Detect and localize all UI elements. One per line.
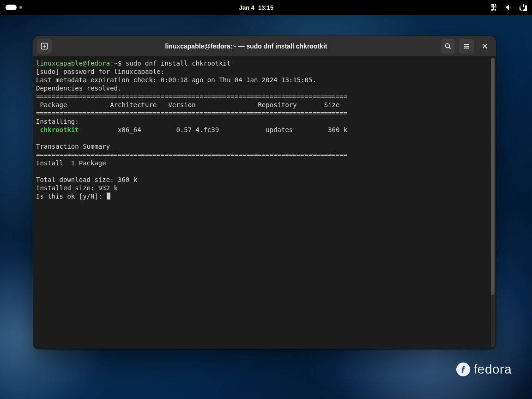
prompt-user-host: linuxcapable@fedora	[36, 60, 110, 67]
table-header: Package Architecture Version Repository …	[36, 101, 339, 109]
volume-icon[interactable]	[504, 3, 513, 12]
fedora-logo-icon: f	[456, 363, 470, 376]
output-divider: ========================================…	[36, 151, 347, 158]
menu-button[interactable]	[459, 39, 474, 54]
terminal-window: linuxcapable@fedora:~ — sudo dnf install…	[33, 36, 496, 349]
entered-command: sudo dnf install chkrootkit	[126, 60, 231, 67]
fedora-wordmark: fedora	[474, 362, 512, 377]
activities-pill-icon	[6, 5, 17, 10]
output-line: Installing:	[36, 118, 79, 125]
activities-button[interactable]	[5, 4, 23, 11]
scrollbar-thumb[interactable]	[491, 58, 495, 295]
terminal-output[interactable]: linuxcapable@fedora:~$ sudo dnf install …	[35, 59, 496, 200]
svg-point-1	[446, 43, 450, 48]
confirm-prompt: Is this ok [y/N]:	[36, 193, 106, 200]
output-divider: ========================================…	[36, 109, 347, 117]
prompt-colon: :	[110, 60, 114, 67]
window-title: linuxcapable@fedora:~ — sudo dnf install…	[52, 42, 441, 50]
package-name: chkrootkit	[36, 126, 79, 133]
output-divider: ========================================…	[36, 93, 347, 100]
gnome-top-bar: Jan 4 13:15	[0, 0, 532, 15]
prompt-symbol: $	[118, 60, 126, 67]
package-row-rest: x86_64 0.57-4.fc39 updates 360 k	[79, 126, 348, 133]
search-button[interactable]	[441, 39, 455, 54]
workspace-dot-icon	[19, 6, 22, 9]
window-titlebar[interactable]: linuxcapable@fedora:~ — sudo dnf install…	[33, 36, 496, 56]
cursor-icon	[107, 193, 110, 200]
fedora-watermark: f fedora	[456, 362, 512, 377]
topbar-time: 13:15	[258, 4, 273, 11]
clock-button[interactable]: Jan 4 13:15	[239, 4, 274, 11]
output-line: Total download size: 360 k	[36, 176, 137, 183]
system-status-area[interactable]	[490, 3, 527, 12]
prompt-path: ~	[114, 60, 118, 67]
terminal-viewport[interactable]: linuxcapable@fedora:~$ sudo dnf install …	[33, 56, 496, 349]
topbar-date: Jan 4	[239, 4, 254, 11]
output-line: [sudo] password for linuxcapable:	[36, 68, 169, 75]
network-icon[interactable]	[490, 3, 498, 12]
new-tab-button[interactable]	[37, 39, 52, 54]
output-line: Last metadata expiration check: 0:00:18 …	[36, 76, 316, 84]
output-line: Installed size: 932 k	[36, 184, 118, 192]
terminal-scrollbar[interactable]	[491, 58, 495, 347]
output-line: Install 1 Package	[36, 159, 106, 167]
output-line: Dependencies resolved.	[36, 85, 121, 92]
power-icon[interactable]	[519, 3, 527, 12]
output-line: Transaction Summary	[36, 143, 110, 150]
activities-area[interactable]	[5, 4, 23, 11]
close-button[interactable]	[478, 39, 492, 54]
